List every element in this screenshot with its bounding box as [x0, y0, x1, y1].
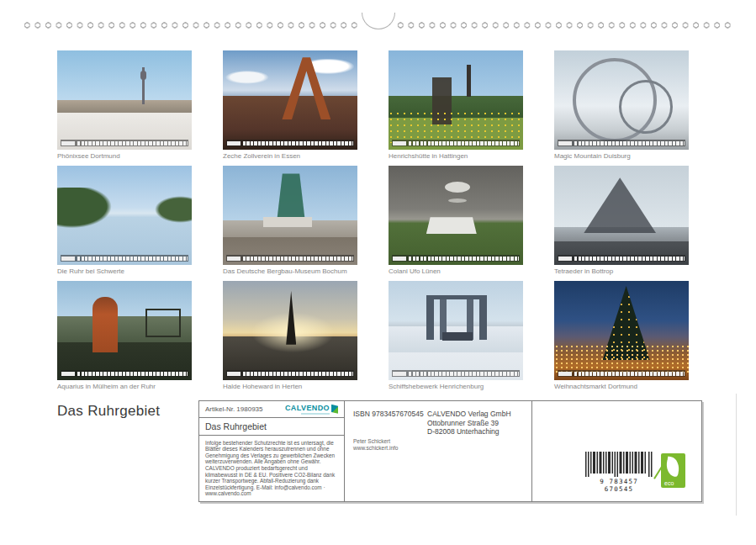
tile-caption: Colani Ufo Lünen	[389, 267, 523, 276]
calendar-strip	[226, 255, 354, 262]
calvendo-logo-icon	[331, 405, 338, 414]
calendar-strip	[558, 255, 685, 262]
calendar-strip	[392, 370, 520, 377]
author-name: Peter Schickert	[353, 438, 398, 445]
tile-caption: Zeche Zollverein in Essen	[223, 152, 357, 161]
eco-icon: eco	[661, 453, 685, 488]
calendar-strip	[61, 255, 188, 262]
calendar-tile: Tetraeder in Bottrop	[554, 166, 689, 276]
publisher-street: Ottobrunner Straße 39	[427, 419, 511, 428]
isbn-number: ISBN 9783457670545	[353, 410, 424, 418]
calendar-strip	[558, 140, 685, 146]
tile-caption: Henrichshütte in Hattingen	[389, 152, 523, 161]
calendar-strip	[61, 140, 188, 146]
eco-label: eco	[664, 480, 674, 486]
calendar-tile: Halde Hoheward in Herten	[223, 281, 357, 391]
thumbnail-photo	[223, 166, 357, 265]
tile-caption: Magic Mountain Duisburg	[554, 152, 689, 161]
tile-caption: Tetraeder in Bottrop	[554, 267, 689, 276]
tile-caption: Die Ruhr bei Schwerte	[57, 267, 192, 276]
thumbnail-photo	[223, 50, 357, 150]
page-title: Das Ruhrgebiet	[57, 403, 160, 420]
tile-caption: Aquarius in Mülheim an der Ruhr	[57, 383, 192, 391]
tile-caption: Das Deutsche Bergbau-Museum Bochum	[223, 267, 357, 276]
article-number: Artikel-Nr. 1980935	[205, 405, 262, 413]
calendar-tile: Henrichshütte in Hattingen	[389, 50, 523, 161]
author-website: www.schickert.info	[353, 445, 398, 452]
thumbnail-photo	[554, 281, 689, 380]
calendar-strip	[226, 140, 354, 146]
info-cell-middle: ISBN 9783457670545 CALVENDO Verlag GmbH …	[345, 401, 532, 501]
tile-caption: Phönixsee Dortmund	[57, 152, 192, 161]
barcode-number: 9 783457 670545	[585, 478, 653, 493]
author-credit: Peter Schickert www.schickert.info	[353, 438, 398, 452]
thumbnail-photo	[223, 281, 357, 380]
calendar-strip	[61, 370, 188, 377]
thumbnail-photo	[389, 281, 523, 380]
publisher-city: D-82008 Unterhaching	[427, 427, 511, 437]
product-info-box: Artikel-Nr. 1980935 CALVENDO Das Ruhrgeb…	[198, 400, 702, 502]
tile-caption: Weihnachtsmarkt Dortmund	[554, 383, 689, 391]
thumbnail-photo	[554, 50, 689, 150]
tile-caption: Schiffshebewerk Henrichenburg	[389, 383, 523, 391]
wire-binding-rings	[22, 20, 359, 30]
calendar-tile: Colani Ufo Lünen	[389, 166, 523, 276]
calendar-back-page: Phönixsee Dortmund Zeche Zollverein in E…	[0, 0, 756, 545]
tile-caption: Halde Hoheward in Herten	[223, 383, 357, 391]
calendar-tile: Das Deutsche Bergbau-Museum Bochum	[223, 166, 357, 276]
info-cell-left: Artikel-Nr. 1980935 CALVENDO Das Ruhrgeb…	[199, 401, 345, 501]
thumbnail-photo	[389, 50, 523, 150]
thumbnail-photo	[389, 166, 523, 265]
thumbnail-photo	[57, 50, 192, 150]
calvendo-logo: CALVENDO	[285, 405, 338, 415]
calendar-tile: Aquarius in Mülheim an der Ruhr	[57, 281, 192, 391]
publisher-name: CALVENDO Verlag GmbH	[427, 410, 511, 419]
ean-barcode: 9 783457 670545	[585, 452, 653, 493]
calendar-tile: Magic Mountain Duisburg	[554, 50, 689, 161]
legal-text: Infolge bestehender Schutzrechte ist es …	[205, 440, 338, 497]
calendar-tile: Weihnachtsmarkt Dortmund	[554, 281, 689, 391]
calendar-strip	[392, 255, 520, 262]
page-edge-line	[736, 394, 737, 516]
publisher-address: CALVENDO Verlag GmbH Ottobrunner Straße …	[427, 410, 511, 437]
calendar-strip	[226, 370, 354, 377]
calendar-tile: Phönixsee Dortmund	[57, 50, 192, 161]
calendar-strip	[558, 370, 685, 377]
calendar-tile: Schiffshebewerk Henrichenburg	[389, 281, 523, 391]
thumbnail-photo	[57, 166, 192, 265]
hanger-hole	[362, 13, 395, 29]
calvendo-logo-text: CALVENDO	[285, 405, 330, 412]
calendar-strip	[392, 140, 520, 146]
barcode-bars	[585, 452, 653, 477]
calendar-tile: Die Ruhr bei Schwerte	[57, 166, 192, 276]
calendar-title: Das Ruhrgebiet	[199, 417, 344, 434]
wire-binding-rings	[395, 20, 734, 30]
calvendo-logo-tagline	[301, 413, 330, 415]
month-thumbnail-grid: Phönixsee Dortmund Zeche Zollverein in E…	[57, 50, 689, 391]
thumbnail-photo	[57, 281, 192, 380]
thumbnail-photo	[554, 166, 689, 265]
info-cell-right: 9 783457 670545 eco	[532, 401, 701, 501]
calendar-tile: Zeche Zollverein in Essen	[223, 50, 357, 161]
